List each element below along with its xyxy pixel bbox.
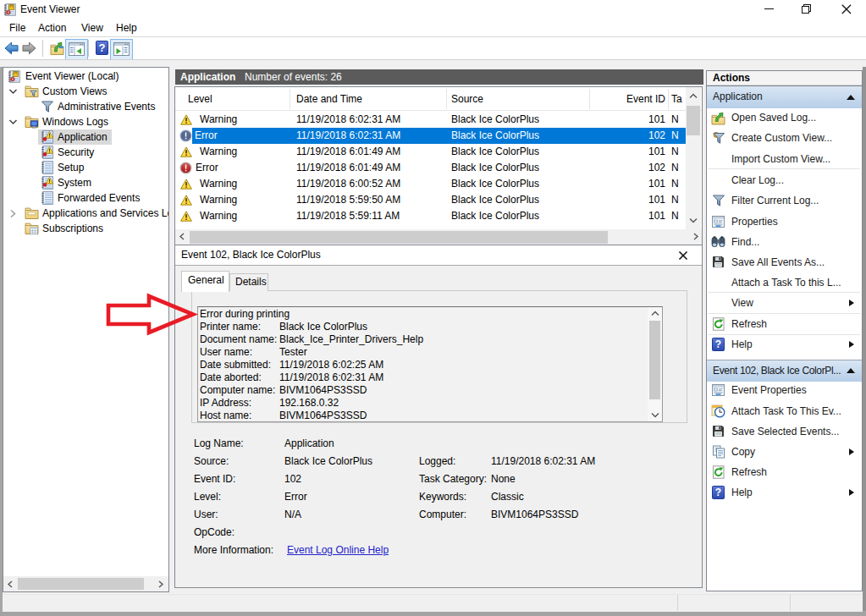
svg-text:?: ? xyxy=(99,41,106,54)
svg-text:?: ? xyxy=(715,338,721,350)
svg-text:?: ? xyxy=(715,487,721,498)
